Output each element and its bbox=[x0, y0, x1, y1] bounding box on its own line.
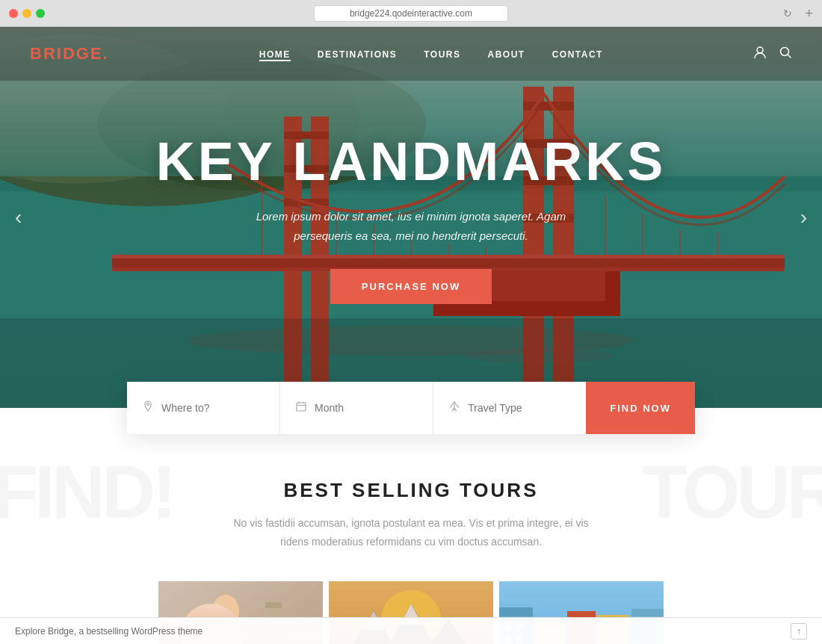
dot-green[interactable] bbox=[36, 9, 45, 18]
nav-item-contact[interactable]: CONTACT bbox=[552, 47, 603, 61]
status-bar: Explore Bridge, a bestselling WordPress … bbox=[0, 617, 822, 644]
find-now-button[interactable]: FIND NOW bbox=[586, 382, 695, 434]
hero-content: KEY LANDMARKS Lorem ipsum dolor sit amet… bbox=[149, 131, 673, 304]
nav-item-tours[interactable]: TOURS bbox=[424, 47, 460, 61]
navbar-icons bbox=[753, 46, 792, 62]
search-bar-wrapper: FIND NOW bbox=[0, 382, 822, 434]
nav-link-contact[interactable]: CONTACT bbox=[552, 49, 603, 60]
svg-rect-42 bbox=[297, 403, 306, 411]
navbar: BRIDGE. HOME DESTINATIONS TOURS ABOUT CO… bbox=[0, 27, 822, 81]
svg-rect-74 bbox=[631, 609, 664, 616]
month-input[interactable] bbox=[315, 402, 418, 414]
hero-section: BRIDGE. HOME DESTINATIONS TOURS ABOUT CO… bbox=[0, 27, 822, 408]
purchase-now-button[interactable]: PURCHASE NOW bbox=[330, 269, 492, 304]
user-icon[interactable] bbox=[753, 46, 767, 62]
search-field-travel-type[interactable] bbox=[433, 382, 586, 434]
search-bar: FIND NOW bbox=[127, 382, 695, 434]
site-wrapper: BRIDGE. HOME DESTINATIONS TOURS ABOUT CO… bbox=[0, 27, 822, 644]
nav-link-destinations[interactable]: DESTINATIONS bbox=[318, 49, 397, 60]
tours-section: FIND! TOUR BEST SELLING TOURS No vis fas… bbox=[0, 434, 822, 644]
site-logo[interactable]: BRIDGE. bbox=[30, 44, 109, 64]
browser-new-tab-icon[interactable]: + bbox=[805, 7, 813, 20]
nav-link-home[interactable]: HOME bbox=[259, 49, 291, 61]
section-title: BEST SELLING TOURS bbox=[0, 479, 822, 502]
svg-point-41 bbox=[147, 403, 149, 406]
search-field-month[interactable] bbox=[280, 382, 433, 434]
hero-title: KEY LANDMARKS bbox=[149, 131, 673, 192]
svg-rect-66 bbox=[499, 607, 533, 616]
calendar-icon bbox=[295, 400, 307, 415]
url-text: bridge224.qodeinteractive.com bbox=[350, 8, 472, 19]
status-text: Explore Bridge, a bestselling WordPress … bbox=[15, 626, 203, 637]
where-to-input[interactable] bbox=[161, 402, 265, 414]
search-icon[interactable] bbox=[779, 46, 792, 62]
location-icon bbox=[142, 400, 154, 415]
nav-link-tours[interactable]: TOURS bbox=[424, 49, 460, 60]
hero-subtitle: Lorem ipsum dolor sit amet, ius ei minim… bbox=[149, 207, 673, 245]
svg-point-39 bbox=[780, 48, 788, 56]
dot-red[interactable] bbox=[9, 9, 18, 18]
dot-yellow[interactable] bbox=[22, 9, 31, 18]
browser-url[interactable]: bridge224.qodeinteractive.com bbox=[314, 5, 508, 22]
nav-item-home[interactable]: HOME bbox=[259, 47, 291, 61]
slider-arrow-left[interactable]: ‹ bbox=[15, 205, 22, 229]
scroll-to-top-button[interactable]: ↑ bbox=[791, 623, 807, 640]
nav-item-destinations[interactable]: DESTINATIONS bbox=[318, 47, 397, 61]
svg-line-40 bbox=[788, 55, 791, 58]
nav-item-about[interactable]: ABOUT bbox=[487, 47, 525, 61]
search-field-location[interactable] bbox=[127, 382, 280, 434]
nav-menu: HOME DESTINATIONS TOURS ABOUT CONTACT bbox=[259, 47, 603, 61]
svg-point-38 bbox=[757, 47, 763, 53]
browser-refresh-icon[interactable]: ↻ bbox=[783, 7, 792, 19]
section-subtitle: No vis fastidii accumsan, ignota postula… bbox=[217, 514, 605, 551]
travel-type-input[interactable] bbox=[468, 402, 571, 414]
svg-rect-53 bbox=[265, 602, 282, 608]
browser-dots bbox=[9, 9, 45, 18]
browser-chrome: bridge224.qodeinteractive.com ↻ + bbox=[0, 0, 822, 27]
travel-type-icon bbox=[448, 400, 460, 415]
nav-link-about[interactable]: ABOUT bbox=[487, 49, 525, 60]
slider-arrow-right[interactable]: › bbox=[800, 205, 807, 229]
